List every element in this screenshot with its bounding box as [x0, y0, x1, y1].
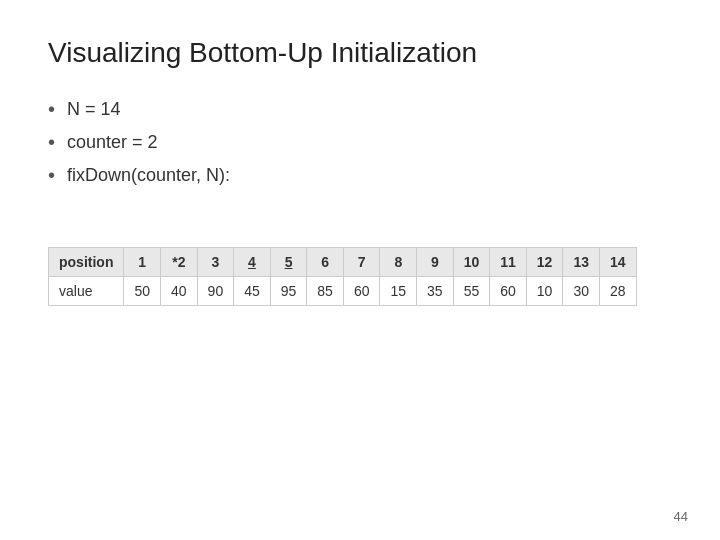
- header-1: 1: [124, 247, 161, 276]
- val-12: 10: [526, 276, 563, 305]
- header-12: 12: [526, 247, 563, 276]
- val-10: 55: [453, 276, 490, 305]
- header-8: 8: [380, 247, 417, 276]
- header-6: 6: [307, 247, 344, 276]
- bullet-2: counter = 2: [48, 131, 672, 154]
- val-13: 30: [563, 276, 600, 305]
- header-9: 9: [417, 247, 454, 276]
- bullet-1: N = 14: [48, 98, 672, 121]
- val-1: 50: [124, 276, 161, 305]
- header-14: 14: [599, 247, 636, 276]
- header-13: 13: [563, 247, 600, 276]
- header-5: 5: [270, 247, 307, 276]
- val-14: 28: [599, 276, 636, 305]
- header-7: 7: [343, 247, 380, 276]
- header-2: *2: [161, 247, 198, 276]
- slide-title: Visualizing Bottom-Up Initialization: [48, 36, 672, 70]
- table-header-row: position 1 *2 3 4 5 6 7 8 9 10 11 12 13 …: [49, 247, 637, 276]
- header-position: position: [49, 247, 124, 276]
- position-value-table: position 1 *2 3 4 5 6 7 8 9 10 11 12 13 …: [48, 247, 637, 306]
- header-10: 10: [453, 247, 490, 276]
- val-7: 60: [343, 276, 380, 305]
- val-2: 40: [161, 276, 198, 305]
- header-11: 11: [490, 247, 527, 276]
- val-11: 60: [490, 276, 527, 305]
- bullet-list: N = 14 counter = 2 fixDown(counter, N):: [48, 98, 672, 197]
- page-number: 44: [674, 509, 688, 524]
- bullet-3: fixDown(counter, N):: [48, 164, 672, 187]
- header-4: 4: [234, 247, 271, 276]
- value-label: value: [49, 276, 124, 305]
- val-3: 90: [197, 276, 234, 305]
- data-table-area: position 1 *2 3 4 5 6 7 8 9 10 11 12 13 …: [48, 247, 672, 306]
- val-6: 85: [307, 276, 344, 305]
- header-3: 3: [197, 247, 234, 276]
- val-5: 95: [270, 276, 307, 305]
- val-4: 45: [234, 276, 271, 305]
- val-9: 35: [417, 276, 454, 305]
- slide: Visualizing Bottom-Up Initialization N =…: [0, 0, 720, 540]
- val-8: 15: [380, 276, 417, 305]
- table-value-row: value 50 40 90 45 95 85 60 15 35 55 60 1…: [49, 276, 637, 305]
